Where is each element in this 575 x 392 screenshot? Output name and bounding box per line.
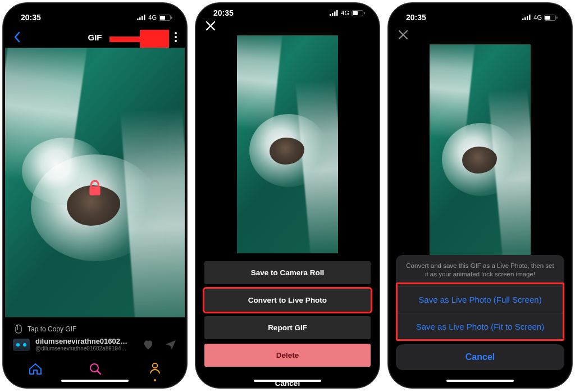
screen-2: 20:35 4G Save to Camera Roll Convert to … [198, 5, 377, 386]
status-network: 4G [148, 14, 157, 21]
page-title: GIF [5, 33, 185, 42]
menu-delete[interactable]: Delete [204, 344, 371, 367]
screen-3: 20:35 4G Convert and save th [390, 5, 570, 386]
sheet-option-full-screen[interactable]: Save as Live Photo (Full Screen) [396, 286, 564, 313]
status-right: 4G [522, 14, 558, 21]
send-icon[interactable] [165, 339, 177, 350]
home-indicator[interactable] [61, 380, 129, 382]
svg-rect-1 [139, 17, 141, 20]
sheet-message: Convert and save this GIF as a Live Phot… [396, 255, 564, 286]
menu-convert-live-photo[interactable]: Convert to Live Photo [204, 289, 371, 312]
svg-rect-15 [330, 14, 331, 16]
author-handle: @dilumsenevirathne01602a89194… [35, 345, 127, 352]
svg-rect-16 [332, 13, 334, 16]
svg-point-9 [175, 40, 177, 42]
status-network: 4G [533, 14, 542, 21]
sheet-cancel[interactable]: Cancel [396, 344, 564, 370]
phone-frame-2: 20:35 4G Save to Camera Roll Convert to … [195, 2, 380, 389]
ocean-image [237, 35, 338, 253]
svg-rect-22 [522, 19, 524, 20]
svg-rect-5 [160, 16, 165, 20]
status-time: 20:35 [21, 13, 41, 22]
tab-home-icon[interactable] [28, 362, 43, 376]
author-name: dilumsenevirathne01602… [35, 338, 127, 345]
menu-save-camera-roll[interactable]: Save to Camera Roll [204, 261, 371, 284]
battery-icon [544, 15, 558, 21]
phone-frame-1: 20:35 4G GIF [2, 2, 188, 389]
avatar [13, 339, 30, 351]
heart-icon[interactable] [142, 339, 154, 350]
action-sheet-card: Convert and save this GIF as a Live Phot… [396, 255, 564, 340]
ocean-image [5, 48, 185, 317]
status-time: 20:35 [213, 8, 234, 17]
nav-bar: GIF [5, 26, 185, 48]
more-icon[interactable] [175, 32, 177, 42]
svg-line-13 [97, 371, 101, 374]
menu-report-gif[interactable]: Report GIF [204, 316, 371, 339]
signal-icon [330, 10, 339, 16]
gif-preview [198, 33, 377, 253]
close-button[interactable] [198, 17, 377, 33]
tab-profile-icon[interactable] [148, 361, 162, 375]
phone-frame-3: 20:35 4G Convert and save th [387, 2, 573, 389]
svg-rect-3 [144, 15, 145, 20]
status-network: 4G [341, 10, 349, 16]
close-icon [398, 30, 408, 40]
tap-icon [14, 324, 23, 334]
tap-label: Tap to Copy GIF [28, 325, 76, 333]
status-time: 20:35 [406, 13, 426, 22]
svg-rect-6 [171, 16, 172, 19]
menu-cancel[interactable]: Cancel [198, 372, 377, 386]
action-sheet: Convert and save this GIF as a Live Phot… [390, 42, 570, 386]
battery-icon [159, 15, 172, 21]
sheet-option-fit-screen[interactable]: Save as Live Photo (Fit to Screen) [396, 313, 564, 340]
svg-rect-2 [142, 16, 143, 21]
svg-rect-11 [89, 186, 100, 195]
status-bar: 20:35 4G [390, 8, 570, 26]
tab-search-icon[interactable] [89, 362, 102, 376]
status-bar: 20:35 4G [198, 8, 377, 17]
svg-rect-28 [556, 16, 558, 19]
gif-preview[interactable] [5, 48, 185, 317]
svg-rect-27 [545, 16, 550, 20]
svg-point-7 [175, 32, 177, 34]
battery-icon [352, 10, 365, 16]
svg-point-8 [175, 36, 177, 38]
svg-rect-21 [364, 12, 365, 14]
home-indicator[interactable] [446, 380, 514, 382]
status-right: 4G [137, 14, 172, 21]
home-indicator[interactable] [254, 380, 321, 382]
svg-rect-24 [527, 16, 528, 21]
status-bar: 20:35 4G [5, 8, 185, 26]
close-button[interactable] [390, 26, 570, 42]
tap-to-copy[interactable]: Tap to Copy GIF [5, 317, 185, 336]
screen-1: 20:35 4G GIF [5, 5, 185, 386]
status-right: 4G [330, 10, 365, 16]
lock-icon [88, 180, 102, 197]
svg-rect-20 [353, 11, 358, 15]
svg-rect-0 [137, 19, 139, 20]
svg-rect-17 [334, 12, 336, 16]
svg-rect-18 [336, 10, 338, 16]
signal-icon [522, 15, 531, 20]
close-icon [206, 21, 216, 31]
svg-rect-23 [524, 17, 526, 20]
author-row[interactable]: dilumsenevirathne01602… @dilumsenevirath… [5, 336, 185, 352]
svg-rect-25 [529, 15, 531, 20]
action-menu: Save to Camera Roll Convert to Live Phot… [198, 261, 377, 367]
signal-icon [137, 15, 146, 20]
svg-point-14 [153, 363, 157, 368]
